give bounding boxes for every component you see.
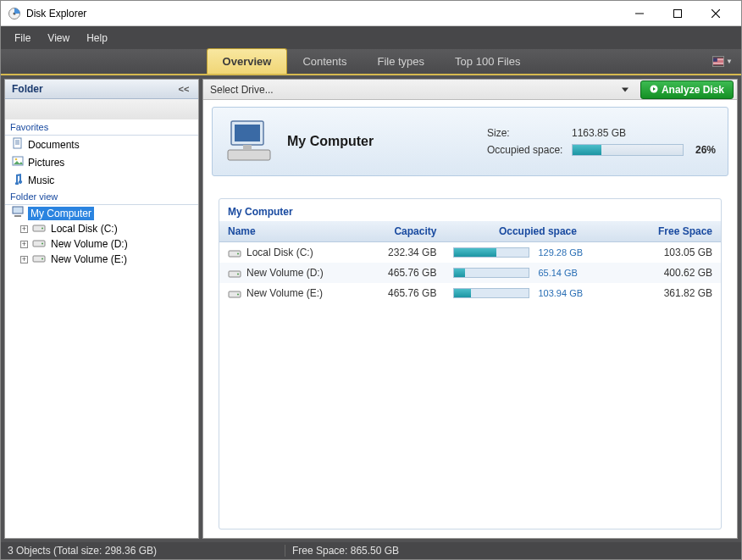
col-capacity[interactable]: Capacity — [362, 221, 445, 242]
tree-my-computer[interactable]: My Computer — [5, 205, 198, 221]
row-occupied-value: 65.14 GB — [538, 268, 577, 278]
menubar: File View Help — [1, 26, 741, 49]
close-button[interactable] — [696, 2, 734, 25]
svg-point-23 — [42, 227, 43, 229]
chevron-down-icon: ▼ — [726, 58, 733, 65]
size-label: Size: — [487, 127, 572, 139]
tree-new-volume-d[interactable]: + New Volume (D:) — [5, 236, 198, 252]
drive-icon — [32, 238, 46, 251]
menu-file[interactable]: File — [6, 29, 39, 47]
drive-icon — [228, 248, 241, 258]
drive-icon — [228, 289, 241, 299]
svg-rect-3 — [673, 9, 681, 17]
svg-rect-30 — [235, 125, 260, 141]
computer-icon — [12, 206, 25, 220]
document-icon — [12, 137, 24, 152]
row-capacity: 465.76 GB — [362, 283, 445, 303]
row-name: New Volume (D:) — [246, 267, 324, 279]
analyze-disk-button[interactable]: Analyze Disk — [640, 80, 734, 99]
favorite-pictures[interactable]: Pictures — [5, 153, 198, 171]
row-capacity: 232.34 GB — [362, 242, 445, 263]
tab-filetypes[interactable]: File types — [362, 49, 440, 74]
svg-rect-14 — [14, 138, 21, 148]
svg-point-19 — [15, 158, 18, 161]
app-icon — [8, 7, 21, 20]
svg-point-38 — [237, 293, 239, 295]
tree-d-label: New Volume (D:) — [48, 237, 130, 251]
svg-rect-21 — [14, 215, 21, 217]
favorite-music[interactable]: Music — [5, 171, 198, 189]
drive-toolbar: Select Drive... Analyze Disk — [203, 80, 737, 100]
row-name: Local Disk (C:) — [246, 247, 313, 258]
expander-icon[interactable]: + — [20, 225, 28, 233]
row-free: 400.62 GB — [630, 263, 721, 283]
titlebar: Disk Explorer — [1, 1, 741, 26]
tree-my-computer-label: My Computer — [28, 207, 94, 220]
app-title: Disk Explorer — [26, 8, 620, 19]
maximize-button[interactable] — [658, 2, 696, 25]
row-occupied-bar — [453, 288, 529, 298]
statusbar: 3 Objects (Total size: 298.36 GB) Free S… — [1, 542, 741, 559]
minimize-button[interactable] — [620, 2, 658, 25]
svg-rect-32 — [243, 145, 252, 150]
svg-rect-12 — [713, 64, 723, 64]
favorite-pictures-label: Pictures — [28, 157, 64, 169]
table-row[interactable]: New Volume (D:)465.76 GB65.14 GB400.62 G… — [219, 263, 721, 283]
tree-new-volume-e[interactable]: + New Volume (E:) — [5, 252, 198, 267]
tab-overview[interactable]: Overview — [207, 48, 288, 74]
music-icon — [12, 173, 24, 187]
table-row[interactable]: New Volume (E:)465.76 GB103.94 GB361.82 … — [219, 283, 721, 303]
sidebar-header-label: Folder — [12, 83, 43, 95]
drivebar — [5, 99, 198, 119]
svg-rect-11 — [713, 63, 723, 64]
picture-icon — [12, 155, 24, 169]
svg-point-34 — [237, 252, 239, 254]
occupied-progress: 26% — [572, 144, 716, 156]
menu-help[interactable]: Help — [78, 29, 116, 47]
row-free: 361.82 GB — [630, 283, 721, 303]
occupied-percent: 26% — [690, 144, 716, 156]
svg-point-36 — [237, 273, 239, 274]
svg-rect-20 — [13, 207, 23, 213]
row-occupied-value: 129.28 GB — [538, 247, 583, 258]
status-objects: 3 Objects (Total size: 298.36 GB) — [1, 545, 285, 557]
main-panel: Select Drive... Analyze Disk My Computer… — [202, 79, 738, 539]
expander-icon[interactable]: + — [20, 256, 28, 263]
drive-icon — [228, 269, 241, 279]
status-free: Free Space: 865.50 GB — [285, 545, 406, 557]
favorite-documents-label: Documents — [28, 139, 80, 151]
analyze-disk-label: Analyze Disk — [662, 84, 724, 96]
tree-local-disk-c[interactable]: + Local Disk (C:) — [5, 221, 198, 236]
select-drive-dropdown[interactable]: Select Drive... — [203, 84, 637, 96]
row-occupied-bar — [453, 268, 529, 278]
language-flag-button[interactable]: ▼ — [712, 54, 733, 68]
svg-point-25 — [42, 242, 43, 244]
col-free[interactable]: Free Space — [630, 221, 721, 242]
tab-topfiles[interactable]: Top 100 Files — [440, 49, 535, 74]
drive-icon — [32, 223, 46, 236]
favorite-documents[interactable]: Documents — [5, 136, 198, 153]
row-occupied-value: 103.94 GB — [538, 288, 583, 298]
expander-icon[interactable]: + — [20, 241, 28, 248]
summary-title: My Computer — [287, 134, 487, 149]
table-row[interactable]: Local Disk (C:)232.34 GB129.28 GB103.05 … — [219, 242, 721, 263]
col-occupied[interactable]: Occupied space — [445, 221, 630, 242]
menu-view[interactable]: View — [39, 29, 78, 47]
collapse-sidebar-icon[interactable]: << — [176, 84, 191, 94]
svg-point-27 — [42, 258, 43, 259]
favorite-music-label: Music — [28, 175, 54, 186]
svg-rect-31 — [228, 150, 270, 160]
favorites-label: Favorites — [5, 119, 198, 136]
play-icon — [650, 84, 658, 96]
occupied-label: Occupied space: — [487, 144, 572, 156]
tree-e-label: New Volume (E:) — [48, 252, 130, 266]
drives-table-wrap: My Computer Name Capacity Occupied space… — [219, 198, 722, 530]
row-free: 103.05 GB — [630, 242, 721, 263]
col-name[interactable]: Name — [219, 221, 362, 242]
svg-rect-13 — [713, 58, 717, 61]
row-capacity: 465.76 GB — [362, 263, 445, 283]
folderview-label: Folder view — [5, 189, 198, 205]
tab-contents[interactable]: Contents — [287, 49, 362, 74]
table-title: My Computer — [219, 199, 721, 221]
tabbar: Overview Contents File types Top 100 Fil… — [1, 49, 741, 75]
